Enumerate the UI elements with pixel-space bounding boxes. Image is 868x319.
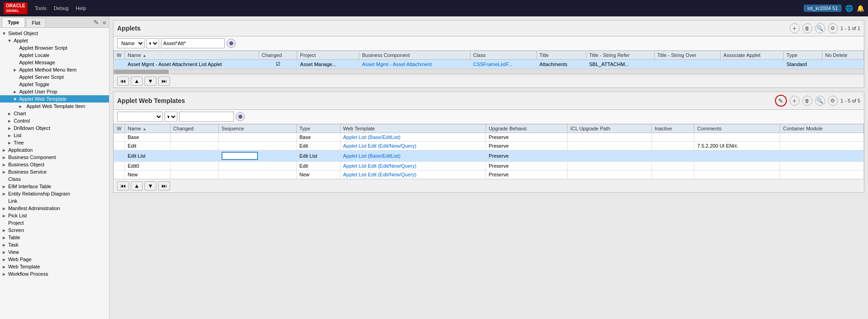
awt-nav-prev[interactable]: ▲ [131,181,143,190]
sidebar-item-control[interactable]: ► Control [0,117,109,124]
sidebar-item-applet-user-prop[interactable]: ► Applet User Prop [0,88,109,95]
cell-web-template[interactable]: Applet List (Base/EditList) [340,150,486,162]
applets-col-changed[interactable]: Changed [258,51,297,60]
sidebar-item-applet-message[interactable]: ► Applet Message [0,59,109,66]
awt-nav-next[interactable]: ▼ [145,181,156,190]
applets-search-btn[interactable]: 🔍 [815,23,825,33]
sidebar-item-list[interactable]: ► List [0,132,109,139]
sidebar-item-application[interactable]: ► Application [0,146,109,154]
sidebar-item-task[interactable]: ► Task [0,241,109,248]
globe-icon[interactable]: 🌐 [845,5,853,12]
applets-filter-field[interactable]: Name [117,38,145,48]
applets-nav-first[interactable]: ⏮ [117,77,129,86]
sidebar-item-view[interactable]: ► View [0,248,109,256]
sidebar-item-eim-interface-table[interactable]: ► EIM Interface Table [0,183,109,190]
table-row[interactable]: Edit List Edit List Applet List (Base/Ed… [114,150,864,162]
sidebar-item-screen[interactable]: ► Screen [0,226,109,234]
sidebar-item-tree[interactable]: ► Tree [0,139,109,146]
cell-web-template[interactable]: Applet List Edit (Edit/New/Query) [340,162,486,170]
sidebar-item-siebel-object[interactable]: ▼ Siebel Object [0,30,109,37]
sidebar-item-project[interactable]: ► Project [0,219,109,226]
applets-col-title-string-refer[interactable]: Title - String Refer [586,51,655,60]
sidebar-edit-btn[interactable]: ✎ [93,18,100,27]
table-row[interactable]: Edit Edit Applet List Edit (Edit/New/Que… [114,142,864,150]
awt-col-web-template[interactable]: Web Template [340,124,486,133]
sidebar-item-pick-list[interactable]: ► Pick List [0,212,109,219]
menu-help[interactable]: Help [76,5,86,11]
awt-col-container-module[interactable]: Container Module [780,124,864,133]
applets-col-class[interactable]: Class [470,51,537,60]
sidebar-item-class[interactable]: ► Class [0,175,109,183]
applet-web-templates-filter-operator[interactable]: ▾ [165,112,177,122]
tab-type[interactable]: Type [2,17,25,27]
applets-col-associate-applet[interactable]: Associate Applet [720,51,784,60]
applets-filter-value[interactable] [161,38,225,48]
cell-web-template[interactable]: Applet List Edit (Edit/New/Query) [340,170,486,179]
tab-flat[interactable]: Flat [26,18,46,27]
sidebar-item-applet[interactable]: ▼ Applet [0,37,109,44]
sidebar-item-manifest-administration[interactable]: ► Manifest Administration [0,205,109,212]
sequence-input[interactable] [222,152,258,160]
awt-nav-last[interactable]: ⏭ [158,181,170,190]
cell-web-template[interactable]: Applet List (Base/EditList) [340,133,486,142]
cell-business-component[interactable]: Asset Mgmt - Asset Attachment [359,60,470,69]
awt-col-type[interactable]: Type [296,124,340,133]
applets-filter-operator[interactable]: ▾ [146,38,159,48]
applets-nav-last[interactable]: ⏭ [158,77,170,86]
applets-col-no-delete[interactable]: No Delete [822,51,863,60]
applets-col-business-component[interactable]: Business Component [359,51,470,60]
sidebar-item-web-page[interactable]: ► Web Page [0,256,109,263]
applet-web-templates-add-btn[interactable]: + [790,96,800,106]
awt-col-sequence[interactable]: Sequence [218,124,296,133]
sidebar-item-table[interactable]: ► Table [0,234,109,241]
awt-col-icl-upgrade-path[interactable]: ICL Upgrade Path [567,124,651,133]
applet-web-templates-filter-go[interactable]: ⊕ [236,112,245,121]
applet-web-templates-filter-value[interactable] [179,112,234,122]
awt-col-inactive[interactable]: Inactive [651,124,694,133]
sidebar-collapse-btn[interactable]: « [102,18,107,27]
applets-col-title[interactable]: Title [537,51,586,60]
applets-h-scrollbar[interactable] [114,69,864,74]
applets-col-name[interactable]: Name ▲ [125,51,259,60]
sidebar-item-workflow-process[interactable]: ► Workflow Process [0,270,109,278]
table-row[interactable]: Edit0 Edit Applet List Edit (Edit/New/Qu… [114,162,864,170]
applet-web-templates-delete-btn[interactable]: 🗑 [802,96,812,106]
applets-nav-next[interactable]: ▼ [145,77,156,86]
sidebar-item-entity-relationship-diagram[interactable]: ► Entity Relationship Diagram [0,190,109,197]
menu-tools[interactable]: Tools [35,5,46,11]
sidebar-item-applet-server-script[interactable]: ► Applet Server Script [0,73,109,81]
applet-web-templates-edit-btn[interactable]: ✎ [775,95,787,107]
applets-nav-prev[interactable]: ▲ [131,77,143,86]
sidebar-item-applet-web-template-item[interactable]: ► Applet Web Template Item [0,103,109,110]
awt-nav-first[interactable]: ⏮ [117,181,129,190]
awt-col-name[interactable]: Name ▲ [125,124,170,133]
sidebar-item-applet-method-menu-item[interactable]: ► Applet Method Menu Item [0,66,109,73]
sidebar-item-web-template[interactable]: ► Web Template [0,263,109,270]
applet-web-templates-filter-field[interactable] [117,112,163,122]
applets-delete-btn[interactable]: 🗑 [802,23,812,33]
sidebar-item-drilldown-object[interactable]: ► Drilldown Object [0,124,109,132]
cell-class[interactable]: CSSFrameListF... [470,60,537,69]
sidebar-item-applet-browser-script[interactable]: ► Applet Browser Script [0,44,109,51]
awt-col-comments[interactable]: Comments [694,124,780,133]
applet-web-templates-settings-btn[interactable]: ⚙ [828,96,838,106]
sidebar-item-applet-web-template[interactable]: ▼ Applet Web Template [0,95,109,103]
awt-col-upgrade-behavior[interactable]: Upgrade Behavic [486,124,567,133]
cell-web-template[interactable]: Applet List Edit (Edit/New/Query) [340,142,486,150]
sidebar-item-business-service[interactable]: ► Business Service [0,168,109,175]
table-row[interactable]: Asset Mgmt - Asset Attachment List Apple… [114,60,864,69]
sidebar-item-business-component[interactable]: ► Business Component [0,154,109,161]
sidebar-item-applet-toggle[interactable]: ► Applet Toggle [0,81,109,88]
applets-filter-go[interactable]: ⊕ [227,39,236,48]
sidebar-item-chart[interactable]: ► Chart [0,110,109,117]
sidebar-item-business-object[interactable]: ► Business Object [0,161,109,168]
applets-col-type[interactable]: Type [784,51,822,60]
menu-debug[interactable]: Debug [54,5,68,11]
bell-icon[interactable]: 🔔 [857,5,864,12]
table-row[interactable]: New New Applet List Edit (Edit/New/Query… [114,170,864,179]
applets-add-btn[interactable]: + [790,23,800,33]
awt-col-changed[interactable]: Changed [170,124,218,133]
applets-col-project[interactable]: Project [297,51,359,60]
applets-col-title-string-over[interactable]: Title - String Over [654,51,720,60]
sidebar-item-applet-locale[interactable]: ► Applet Locale [0,51,109,59]
